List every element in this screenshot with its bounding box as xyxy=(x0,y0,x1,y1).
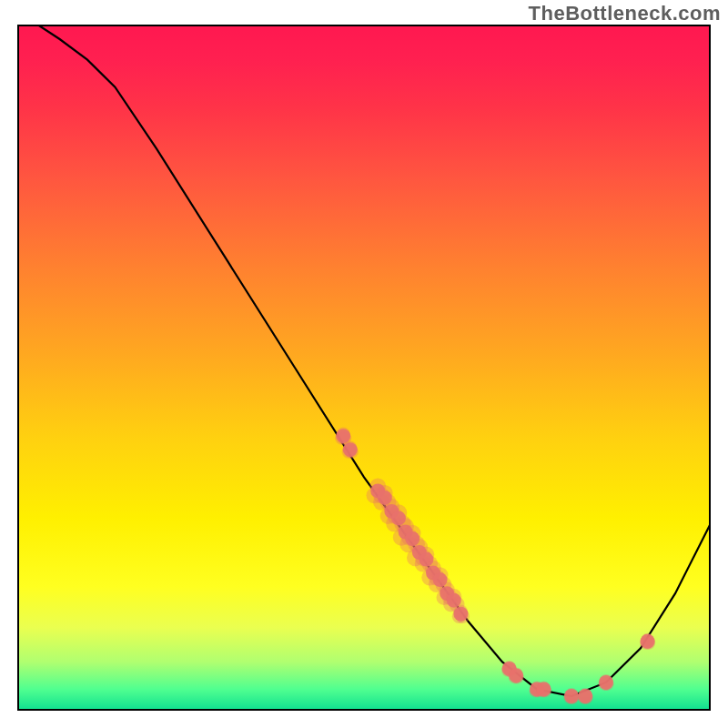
data-dot xyxy=(578,689,592,703)
data-dot xyxy=(641,634,655,649)
data-dot xyxy=(453,607,468,622)
bottleneck-chart xyxy=(0,0,728,728)
data-dot xyxy=(509,668,523,682)
data-dot xyxy=(564,689,579,703)
chart-container: TheBottleneck.com xyxy=(0,0,728,728)
gradient-background xyxy=(18,25,710,710)
data-dot xyxy=(599,675,613,690)
data-dot xyxy=(336,429,350,443)
data-dot xyxy=(537,682,551,696)
data-dot xyxy=(343,442,358,457)
